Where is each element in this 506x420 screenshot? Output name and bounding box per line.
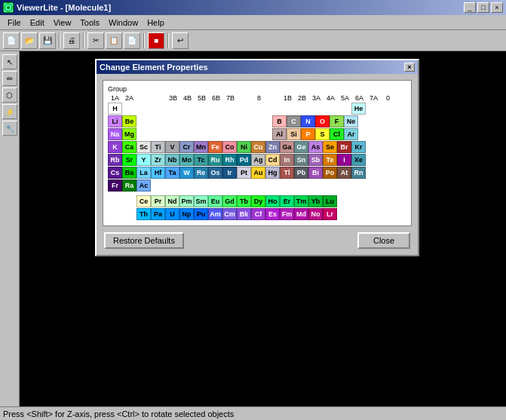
el-Na[interactable]: Na (108, 128, 122, 140)
minimize-button[interactable]: _ (464, 2, 476, 13)
el-Tc[interactable]: Tc (194, 154, 208, 166)
el-Ir[interactable]: Ir (222, 167, 237, 179)
menu-file[interactable]: File (3, 17, 26, 29)
el-Ar[interactable]: Ar (344, 128, 358, 140)
el-Sc[interactable]: Sc (136, 141, 151, 153)
el-Cu[interactable]: Cu (251, 141, 265, 153)
el-Cm[interactable]: Cm (222, 208, 237, 220)
el-Be[interactable]: Be (122, 115, 136, 127)
el-Pt[interactable]: Pt (237, 167, 251, 179)
ring-tool[interactable]: ⬡ (2, 87, 17, 103)
cut-button[interactable]: ✂ (87, 32, 104, 49)
el-Ni[interactable]: Ni (237, 141, 251, 153)
el-Zn[interactable]: Zn (265, 141, 280, 153)
el-Po[interactable]: Po (323, 167, 337, 179)
menu-view[interactable]: View (49, 17, 76, 29)
el-Nb[interactable]: Nb (165, 154, 179, 166)
el-Pu[interactable]: Pu (194, 208, 208, 220)
el-Zr[interactable]: Zr (151, 154, 165, 166)
el-Mn[interactable]: Mn (194, 141, 208, 153)
el-Er[interactable]: Er (280, 195, 294, 207)
el-Au[interactable]: Au (251, 167, 265, 179)
el-Hg[interactable]: Hg (265, 167, 280, 179)
el-F[interactable]: F (330, 115, 344, 127)
el-Al[interactable]: Al (272, 128, 287, 140)
el-Tm[interactable]: Tm (294, 195, 308, 207)
el-Cr[interactable]: Cr (179, 141, 194, 153)
el-V[interactable]: V (165, 141, 179, 153)
el-Fe[interactable]: Fe (208, 141, 222, 153)
close-dialog-button[interactable]: Close (357, 232, 410, 249)
el-Sr[interactable]: Sr (122, 154, 136, 166)
el-Xe[interactable]: Xe (351, 154, 366, 166)
undo-button[interactable]: ↩ (172, 32, 189, 49)
el-Li[interactable]: Li (108, 115, 122, 127)
el-Cd[interactable]: Cd (265, 154, 280, 166)
el-Os[interactable]: Os (208, 167, 222, 179)
el-Sn[interactable]: Sn (294, 154, 308, 166)
el-Lr[interactable]: Lr (323, 208, 337, 220)
el-Se[interactable]: Se (323, 141, 337, 153)
el-Md[interactable]: Md (294, 208, 308, 220)
el-As[interactable]: As (308, 141, 323, 153)
el-Fm[interactable]: Fm (280, 208, 294, 220)
maximize-button[interactable]: □ (477, 2, 489, 13)
el-La[interactable]: La (136, 167, 151, 179)
el-Si[interactable]: Si (287, 128, 301, 140)
el-Rn[interactable]: Rn (351, 167, 366, 179)
el-Re[interactable]: Re (194, 167, 208, 179)
save-button[interactable]: 💾 (39, 32, 56, 49)
el-Mo[interactable]: Mo (179, 154, 194, 166)
el-Th[interactable]: Th (136, 208, 151, 220)
el-Fr[interactable]: Fr (108, 179, 122, 192)
restore-defaults-button[interactable]: Restore Defaults (104, 232, 184, 249)
el-No[interactable]: No (308, 208, 323, 220)
el-C[interactable]: C (287, 115, 301, 127)
el-Hf[interactable]: Hf (151, 167, 165, 179)
el-Bi[interactable]: Bi (308, 167, 323, 179)
el-Gd[interactable]: Gd (222, 195, 237, 207)
el-Tb[interactable]: Tb (237, 195, 251, 207)
close-button[interactable]: × (491, 2, 503, 13)
el-Ga[interactable]: Ga (280, 141, 294, 153)
el-Rh[interactable]: Rh (222, 154, 237, 166)
el-Ho[interactable]: Ho (265, 195, 280, 207)
new-button[interactable]: 📄 (3, 32, 20, 49)
menu-window[interactable]: Window (104, 17, 143, 29)
el-Ge[interactable]: Ge (294, 141, 308, 153)
el-Ca[interactable]: Ca (122, 141, 136, 153)
el-Pa[interactable]: Pa (151, 208, 165, 220)
el-Np[interactable]: Np (179, 208, 194, 220)
el-Cf[interactable]: Cf (251, 208, 265, 220)
el-Lu[interactable]: Lu (323, 195, 337, 207)
el-P[interactable]: P (301, 128, 315, 140)
el-Tl[interactable]: Tl (280, 167, 294, 179)
el-Rb[interactable]: Rb (108, 154, 122, 166)
select-tool[interactable]: ↖ (2, 54, 17, 69)
el-W[interactable]: W (179, 167, 194, 179)
el-At[interactable]: At (337, 167, 351, 179)
el-S[interactable]: S (315, 128, 330, 140)
el-U[interactable]: U (165, 208, 179, 220)
dialog-close-button[interactable]: × (404, 63, 415, 72)
el-Ru[interactable]: Ru (208, 154, 222, 166)
el-In[interactable]: In (280, 154, 294, 166)
el-Sb[interactable]: Sb (308, 154, 323, 166)
el-He[interactable]: He (351, 103, 366, 115)
paste-button[interactable]: 📄 (124, 32, 140, 49)
el-Dy[interactable]: Dy (251, 195, 265, 207)
el-Cs[interactable]: Cs (108, 167, 122, 179)
el-Pd[interactable]: Pd (237, 154, 251, 166)
open-button[interactable]: 📂 (21, 32, 38, 49)
el-O[interactable]: O (315, 115, 330, 127)
menu-tools[interactable]: Tools (75, 17, 104, 29)
el-Nd[interactable]: Nd (165, 195, 179, 207)
charge-tool[interactable]: ⚡ (2, 104, 17, 119)
draw-tool[interactable]: ✏ (2, 71, 17, 86)
el-Yb[interactable]: Yb (308, 195, 323, 207)
el-Pb[interactable]: Pb (294, 167, 308, 179)
el-H[interactable]: H (108, 103, 122, 115)
stop-button[interactable]: ■ (148, 32, 164, 49)
el-Ac[interactable]: Ac (136, 179, 151, 192)
el-Ti[interactable]: Ti (151, 141, 165, 153)
